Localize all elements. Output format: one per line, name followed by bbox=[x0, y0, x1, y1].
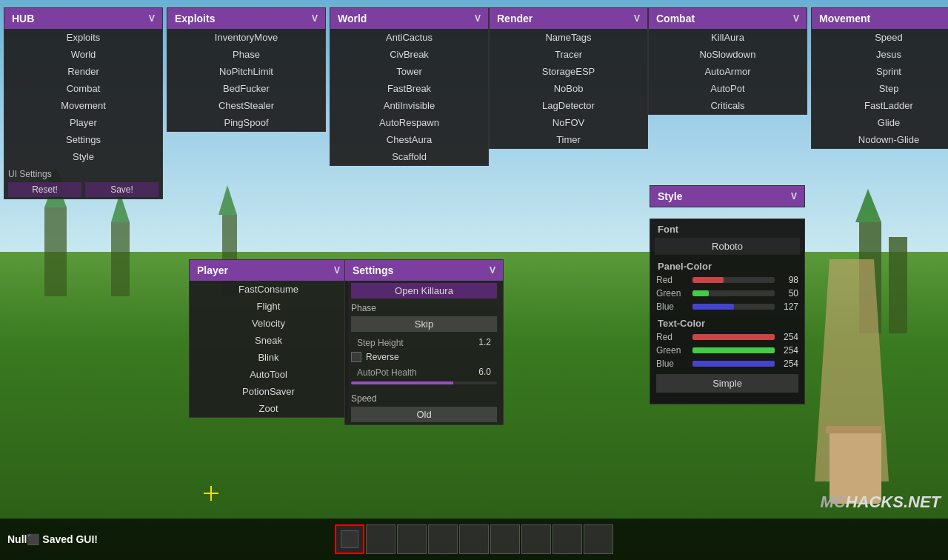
world-panel-header[interactable]: World V bbox=[330, 8, 488, 29]
open-killaura-button[interactable]: Open Killaura bbox=[351, 283, 497, 299]
panel-blue-bar bbox=[692, 304, 734, 310]
world-item-antiinvisible[interactable]: AntiInvisible bbox=[330, 97, 488, 114]
panel-red-bar-container[interactable] bbox=[692, 277, 775, 283]
old-button[interactable]: Old bbox=[351, 407, 497, 422]
combat-panel-header[interactable]: Combat V bbox=[649, 8, 807, 29]
hub-item-settings[interactable]: Settings bbox=[4, 131, 162, 148]
hub-title: HUB bbox=[12, 13, 34, 24]
render-item-nofov[interactable]: NoFOV bbox=[490, 114, 647, 131]
hub-item-player[interactable]: Player bbox=[4, 114, 162, 131]
hub-item-exploits[interactable]: Exploits bbox=[4, 29, 162, 46]
hub-item-render[interactable]: Render bbox=[4, 63, 162, 80]
exploits-panel-header[interactable]: Exploits V bbox=[167, 8, 325, 29]
player-panel-header[interactable]: Player V bbox=[190, 260, 347, 281]
exploits-item-nopitchlimit[interactable]: NoPitchLimit bbox=[167, 63, 325, 80]
hub-arrow: V bbox=[149, 13, 155, 24]
combat-item-autoarmor[interactable]: AutoArmor bbox=[649, 63, 807, 80]
hotbar-slot-3[interactable] bbox=[397, 524, 427, 554]
simple-button[interactable]: Simple bbox=[656, 374, 798, 393]
world-item-tower[interactable]: Tower bbox=[330, 63, 488, 80]
hub-item-style[interactable]: Style bbox=[4, 148, 162, 165]
render-panel-header[interactable]: Render V bbox=[490, 8, 647, 29]
settings-arrow: V bbox=[490, 265, 495, 276]
hub-panel-header[interactable]: HUB V bbox=[4, 8, 162, 29]
combat-item-killaura[interactable]: KillAura bbox=[649, 29, 807, 46]
text-blue-label: Blue bbox=[656, 359, 690, 369]
text-color-label: Text-Color bbox=[650, 313, 804, 330]
hotbar-slot-6[interactable] bbox=[490, 524, 520, 554]
hub-item-world[interactable]: World bbox=[4, 46, 162, 63]
hotbar-slot-5[interactable] bbox=[459, 524, 489, 554]
hotbar-slot-1[interactable] bbox=[335, 524, 364, 554]
hub-item-combat[interactable]: Combat bbox=[4, 80, 162, 97]
player-item-fastconsume[interactable]: FastConsume bbox=[190, 281, 347, 298]
world-item-chestaura[interactable]: ChestAura bbox=[330, 131, 488, 148]
style-panel: Style V bbox=[650, 185, 805, 207]
hotbar-slot-9[interactable] bbox=[584, 524, 613, 554]
text-red-bar-container[interactable] bbox=[692, 334, 775, 340]
hub-item-movement[interactable]: Movement bbox=[4, 97, 162, 114]
exploits-item-phase[interactable]: Phase bbox=[167, 46, 325, 63]
reverse-row: Reverse bbox=[345, 350, 503, 364]
render-item-timer[interactable]: Timer bbox=[490, 131, 647, 148]
movement-item-nodownglide[interactable]: Nodown-Glide bbox=[812, 131, 948, 148]
player-item-flight[interactable]: Flight bbox=[190, 298, 347, 315]
panel-red-value: 98 bbox=[778, 275, 798, 285]
hotbar-slot-4[interactable] bbox=[428, 524, 458, 554]
style-arrow: V bbox=[791, 191, 797, 201]
world-item-anticactus[interactable]: AntiCactus bbox=[330, 29, 488, 46]
panel-blue-bar-container[interactable] bbox=[692, 304, 775, 310]
render-item-lagdetector[interactable]: LagDetector bbox=[490, 97, 647, 114]
world-item-fastbreak[interactable]: FastBreak bbox=[330, 80, 488, 97]
player-arrow: V bbox=[334, 265, 340, 276]
player-item-blink[interactable]: Blink bbox=[190, 349, 347, 366]
player-item-velocity[interactable]: Velocity bbox=[190, 315, 347, 332]
exploits-item-bedfucker[interactable]: BedFucker bbox=[167, 80, 325, 97]
render-title: Render bbox=[497, 13, 533, 24]
combat-item-criticals[interactable]: Criticals bbox=[649, 97, 807, 114]
movement-item-step[interactable]: Step bbox=[812, 80, 948, 97]
world-item-autorespawn[interactable]: AutoRespawn bbox=[330, 114, 488, 131]
style-panel-header[interactable]: Style V bbox=[650, 186, 804, 207]
exploits-arrow: V bbox=[312, 13, 318, 24]
autopot-slider[interactable] bbox=[351, 381, 497, 384]
panel-blue-value: 127 bbox=[778, 301, 798, 312]
player-item-potionsaver[interactable]: PotionSaver bbox=[190, 383, 347, 400]
world-item-scaffold[interactable]: Scaffold bbox=[330, 148, 488, 165]
render-item-nobob[interactable]: NoBob bbox=[490, 80, 647, 97]
movement-item-glide[interactable]: Glide bbox=[812, 114, 948, 131]
reset-button[interactable]: Reset! bbox=[8, 182, 81, 197]
movement-panel-header[interactable]: Movement V bbox=[812, 8, 948, 29]
text-blue-bar-container[interactable] bbox=[692, 361, 775, 367]
settings-panel-header[interactable]: Settings V bbox=[345, 260, 503, 281]
hotbar-slot-2[interactable] bbox=[366, 524, 395, 554]
exploits-item-cheststealer[interactable]: ChestStealer bbox=[167, 97, 325, 114]
render-item-storageesp[interactable]: StorageESP bbox=[490, 63, 647, 80]
world-item-civbreak[interactable]: CivBreak bbox=[330, 46, 488, 63]
reverse-toggle[interactable] bbox=[351, 352, 361, 362]
hotbar-slot-8[interactable] bbox=[553, 524, 582, 554]
combat-item-autopot[interactable]: AutoPot bbox=[649, 80, 807, 97]
save-button[interactable]: Save! bbox=[85, 182, 158, 197]
movement-item-jesus[interactable]: Jesus bbox=[812, 46, 948, 63]
player-item-autotool[interactable]: AutoTool bbox=[190, 366, 347, 383]
text-blue-bar bbox=[692, 361, 775, 367]
svg-marker-6 bbox=[218, 185, 237, 215]
render-item-nametags[interactable]: NameTags bbox=[490, 29, 647, 46]
player-item-sneak[interactable]: Sneak bbox=[190, 332, 347, 349]
panel-green-bar-container[interactable] bbox=[692, 290, 775, 296]
movement-item-fastladder[interactable]: FastLadder bbox=[812, 97, 948, 114]
movement-item-speed[interactable]: Speed bbox=[812, 29, 948, 46]
text-green-bar-container[interactable] bbox=[692, 347, 775, 353]
panel-green-bar bbox=[692, 290, 709, 296]
combat-item-noslowdown[interactable]: NoSlowdown bbox=[649, 46, 807, 63]
skip-button[interactable]: Skip bbox=[351, 316, 497, 332]
exploits-item-pingspoof[interactable]: PingSpoof bbox=[167, 114, 325, 131]
exploits-item-inventorymove[interactable]: InventoryMove bbox=[167, 29, 325, 46]
player-item-zoot[interactable]: Zoot bbox=[190, 400, 347, 417]
render-item-tracer[interactable]: Tracer bbox=[490, 46, 647, 63]
hotbar-slot-7[interactable] bbox=[521, 524, 551, 554]
autopot-label: AutoPot Health bbox=[351, 365, 423, 379]
movement-item-sprint[interactable]: Sprint bbox=[812, 63, 948, 80]
panel-red-row: Red 98 bbox=[650, 273, 804, 287]
